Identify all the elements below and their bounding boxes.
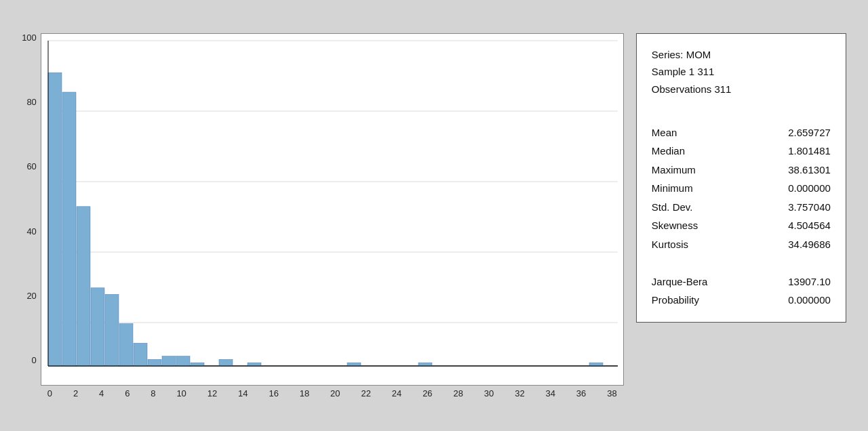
stat-value-jarquebera: 13907.10: [753, 272, 831, 291]
stat-label-minimum: Minimum: [652, 179, 753, 198]
svg-rect-18: [248, 363, 261, 366]
svg-rect-9: [91, 287, 104, 365]
svg-rect-12: [134, 343, 147, 366]
x-label-14: 14: [238, 388, 248, 398]
stat-value-stddev: 3.757040: [753, 198, 831, 217]
svg-rect-15: [176, 356, 190, 365]
svg-rect-11: [119, 323, 133, 365]
svg-rect-10: [105, 294, 119, 366]
stat-row-kurtosis: Kurtosis 34.49686: [652, 235, 831, 254]
series-label: Series: MOM: [652, 46, 831, 64]
x-label-12: 12: [208, 388, 217, 398]
stats-header: Series: MOM Sample 1 311 Observations 31…: [652, 46, 831, 98]
y-label-80: 80: [26, 98, 36, 106]
x-label-6: 6: [125, 388, 130, 398]
x-label-0: 0: [47, 388, 52, 398]
stat-row-stddev: Std. Dev. 3.757040: [652, 198, 831, 217]
y-label-20: 20: [26, 291, 36, 300]
stat-row-skewness: Skewness 4.504564: [652, 216, 831, 235]
stat-row-maximum: Maximum 38.61301: [652, 161, 831, 180]
y-label-0: 0: [32, 356, 37, 365]
stat-label-kurtosis: Kurtosis: [652, 235, 753, 254]
stat-label-skewness: Skewness: [652, 216, 753, 235]
stat-label-median: Median: [652, 142, 753, 161]
svg-rect-19: [347, 363, 361, 366]
stat-row-minimum: Minimum 0.000000: [652, 179, 831, 198]
svg-rect-14: [162, 356, 176, 365]
x-label-28: 28: [453, 388, 462, 398]
x-label-18: 18: [300, 388, 309, 398]
stat-value-mean: 2.659727: [753, 123, 831, 142]
x-label-38: 38: [607, 388, 616, 398]
svg-rect-20: [418, 363, 432, 366]
x-label-20: 20: [330, 388, 340, 398]
stat-row-jarquebera: Jarque-Bera 13907.10: [652, 272, 831, 291]
stat-value-kurtosis: 34.49686: [753, 235, 831, 254]
svg-rect-16: [191, 363, 204, 366]
x-axis-labels: 0 2 4 6 8 10 12 14 16 18 20 22 24 26 28 …: [41, 386, 624, 398]
svg-rect-13: [148, 359, 161, 366]
stat-value-probability: 0.000000: [753, 291, 831, 310]
svg-rect-8: [77, 206, 90, 365]
svg-rect-17: [219, 359, 233, 366]
x-label-22: 22: [361, 388, 370, 398]
x-label-36: 36: [576, 388, 586, 398]
chart-inner: 0 2 4 6 8 10 12 14 16 18 20 22 24 26 28 …: [41, 33, 624, 398]
stat-row-mean: Mean 2.659727: [652, 123, 831, 142]
x-label-32: 32: [515, 388, 524, 398]
x-label-8: 8: [151, 388, 155, 398]
y-axis-labels: 100 80 60 40 20 0: [22, 33, 37, 386]
x-label-24: 24: [392, 388, 401, 398]
y-label-40: 40: [26, 227, 36, 236]
x-label-16: 16: [269, 388, 278, 398]
x-label-2: 2: [73, 388, 78, 398]
stats-box: Series: MOM Sample 1 311 Observations 31…: [636, 33, 846, 323]
chart-container: 100 80 60 40 20 0: [1, 13, 867, 419]
stat-label-probability: Probability: [652, 291, 753, 310]
histogram-svg: [41, 33, 624, 386]
stat-label-stddev: Std. Dev.: [652, 198, 753, 217]
stat-row-probability: Probability 0.000000: [652, 291, 831, 310]
stat-value-maximum: 38.61301: [753, 161, 831, 180]
svg-rect-21: [589, 363, 603, 366]
svg-rect-7: [62, 92, 76, 366]
stat-value-minimum: 0.000000: [753, 179, 831, 198]
sample-label: Sample 1 311: [652, 63, 831, 81]
histogram-svg-element: [41, 34, 625, 386]
stat-value-median: 1.801481: [753, 142, 831, 161]
x-label-30: 30: [484, 388, 494, 398]
stat-value-skewness: 4.504564: [753, 216, 831, 235]
observations-label: Observations 311: [652, 81, 831, 98]
stat-label-mean: Mean: [652, 123, 753, 142]
stat-row-median: Median 1.801481: [652, 142, 831, 161]
x-label-4: 4: [99, 388, 104, 398]
histogram-area: 100 80 60 40 20 0: [22, 33, 624, 398]
stat-label-jarquebera: Jarque-Bera: [652, 272, 753, 291]
x-label-26: 26: [422, 388, 432, 398]
y-label-100: 100: [22, 33, 37, 42]
svg-rect-6: [48, 73, 62, 366]
stat-label-maximum: Maximum: [652, 161, 753, 180]
y-label-60: 60: [26, 162, 36, 171]
x-label-34: 34: [546, 388, 555, 398]
stats-table: Mean 2.659727 Median 1.801481 Maximum 38…: [652, 104, 831, 310]
x-label-10: 10: [176, 388, 186, 398]
